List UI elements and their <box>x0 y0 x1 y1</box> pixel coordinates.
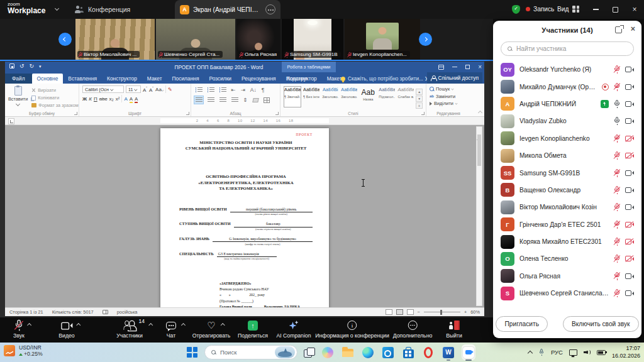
clock[interactable]: 17:07 16.02.2026 <box>612 345 640 359</box>
app-word[interactable] <box>441 344 455 360</box>
reactions-button[interactable]: Отреагировать <box>192 320 231 339</box>
underline-button[interactable]: П <box>94 96 97 102</box>
app-store[interactable] <box>401 344 415 360</box>
paste-button[interactable]: Вставити <box>8 85 28 109</box>
tray-mic-icon[interactable] <box>539 349 545 356</box>
video-tile[interactable]: Віктор Миколайович ... <box>75 19 155 60</box>
sort-button[interactable]: А↓ <box>249 86 257 94</box>
participant-row[interactable]: Ievgen Konoplianchenko <box>497 130 638 147</box>
participant-search[interactable] <box>501 41 634 56</box>
line-spacing-button[interactable]: ⇕ <box>242 96 248 104</box>
security-shield-icon[interactable] <box>512 5 520 14</box>
align-left-button[interactable] <box>194 96 203 104</box>
tab-references[interactable]: Посилання <box>167 74 204 84</box>
taskbar-search[interactable] <box>204 345 297 359</box>
app-opera[interactable] <box>421 344 435 360</box>
style-no-spacing[interactable]: АаБбВвГг,¶ Без інте... <box>303 86 320 107</box>
strikethrough-button[interactable]: abc <box>99 96 108 102</box>
language-indicator[interactable]: РУС <box>551 349 563 356</box>
dialog-launcher-icon[interactable] <box>421 112 425 115</box>
participant-row[interactable]: Ольга Рясная <box>497 268 638 285</box>
invite-button[interactable]: Пригласить <box>496 316 548 332</box>
word-close-button[interactable]: × <box>478 63 482 70</box>
window-close-button[interactable]: × <box>625 0 644 19</box>
app-file-explorer[interactable] <box>341 344 355 360</box>
participant-row[interactable]: SS Samsung SM-G991B <box>497 164 638 181</box>
tab-more-icon[interactable] <box>265 4 275 14</box>
tray-expand-icon[interactable] <box>528 351 533 356</box>
italic-button[interactable]: К <box>89 96 92 102</box>
dialog-launcher-icon[interactable] <box>74 112 77 115</box>
share-button[interactable]: Спільний доступ <box>427 72 482 84</box>
word-minimize-button[interactable] <box>452 67 457 67</box>
zoom-percent[interactable]: 60% <box>470 309 480 315</box>
document-canvas[interactable]: ПРОЕКТ МІНІСТЕРСТВО ОСВІТИ І НАУКИ УКРАЇ… <box>5 125 484 307</box>
print-layout-button[interactable] <box>396 309 403 315</box>
more-button[interactable]: Дополнительно <box>393 320 433 339</box>
participant-row[interactable]: Vladyslav Zubko <box>497 112 638 129</box>
participants-button[interactable]: 14 Участники <box>116 320 143 339</box>
chat-button[interactable]: Чат <box>166 320 176 339</box>
dialog-launcher-icon[interactable] <box>275 112 279 115</box>
participant-row[interactable]: OY Oleksandr Yurchenko (Я) <box>497 61 638 78</box>
document-page[interactable]: ПРОЕКТ МІНІСТЕРСТВО ОСВІТИ І НАУКИ УКРАЇ… <box>160 128 329 307</box>
video-button[interactable]: Видео <box>58 320 74 339</box>
bullets-button[interactable] <box>194 86 203 94</box>
redo-icon[interactable] <box>30 63 35 69</box>
decrease-indent-button[interactable]: ⇤ <box>230 86 236 94</box>
participant-row[interactable]: Микола Обмета <box>497 147 638 164</box>
participant-row[interactable]: Михайло Думанчук (Организатор) <box>497 78 638 95</box>
popout-icon[interactable] <box>615 26 622 33</box>
chevron-down-icon[interactable] <box>55 6 59 11</box>
tab-layout[interactable]: Макет <box>142 74 167 84</box>
vertical-scrollbar[interactable] <box>476 126 482 306</box>
tab-meeting[interactable]: Конференция <box>74 0 130 19</box>
proofing-icon[interactable] <box>103 310 108 314</box>
collapse-ribbon-icon[interactable] <box>478 111 482 115</box>
text-effects-icon[interactable]: A <box>124 96 127 102</box>
tab-design[interactable]: Конструктор <box>102 74 142 84</box>
filmstrip-next-button[interactable] <box>419 33 432 46</box>
tab-selector-icon[interactable] <box>8 118 14 124</box>
window-minimize-button[interactable] <box>586 0 605 19</box>
highlight-color-button[interactable]: А <box>130 96 133 102</box>
style-normal[interactable]: АаБбВвГг,¶ Звичай... <box>284 86 301 107</box>
align-right-button[interactable] <box>218 96 227 104</box>
subscript-button[interactable]: x₂ <box>109 96 114 102</box>
view-button[interactable]: Вид <box>557 6 579 13</box>
tab-review[interactable]: Рецензування <box>236 74 281 84</box>
grow-font-button[interactable]: Аˆ <box>143 86 147 93</box>
numbering-button[interactable] <box>206 86 215 94</box>
participant-row[interactable]: О Олена Тесленко <box>497 250 638 267</box>
read-mode-button[interactable] <box>386 309 392 315</box>
borders-button[interactable] <box>262 96 270 104</box>
dialog-launcher-icon[interactable] <box>186 112 189 115</box>
network-icon[interactable] <box>569 349 577 356</box>
word-count[interactable]: Кількість слів: 5017 <box>52 309 94 315</box>
language-indicator[interactable]: російська <box>117 309 138 315</box>
app-outlook[interactable] <box>381 344 395 360</box>
search-input[interactable] <box>220 349 265 356</box>
app-edge[interactable] <box>361 344 375 360</box>
video-tile[interactable]: Шевченко Сергей Ста... <box>156 19 235 60</box>
tab-insert[interactable]: Вставлення <box>63 74 102 84</box>
align-center-button[interactable] <box>206 96 215 104</box>
superscript-button[interactable]: x² <box>116 96 120 102</box>
participant-row[interactable]: В Ващенко Олександр <box>497 182 638 199</box>
tab-home[interactable]: Основне <box>32 74 64 84</box>
clear-format-icon[interactable]: ✎ <box>168 87 172 92</box>
style-subtitle[interactable]: АаБбВвГПідзагол... <box>378 86 396 107</box>
style-subtle-emphasis[interactable]: АаБбВвГгСлабке в... <box>397 86 414 107</box>
tab-shared-screen[interactable]: A Экран (Андрій ЧЕПІЖНИЙ) <box>175 0 280 19</box>
cut-button[interactable]: Вирізати <box>31 87 79 93</box>
app-copilot[interactable] <box>321 344 335 360</box>
recording-indicator[interactable]: Запись <box>526 6 554 13</box>
tell-me-box[interactable]: Скажіть, що потрібно зробити... <box>341 76 423 82</box>
change-case-button[interactable]: Аа <box>155 87 164 92</box>
styles-gallery-scroll[interactable]: ▲▼≡ <box>416 86 423 109</box>
save-icon[interactable] <box>9 63 14 69</box>
close-icon[interactable]: × <box>631 25 635 33</box>
search-highlight-image[interactable] <box>275 346 295 358</box>
scrollbar-thumb[interactable] <box>477 134 481 166</box>
shading-button[interactable] <box>252 97 259 103</box>
